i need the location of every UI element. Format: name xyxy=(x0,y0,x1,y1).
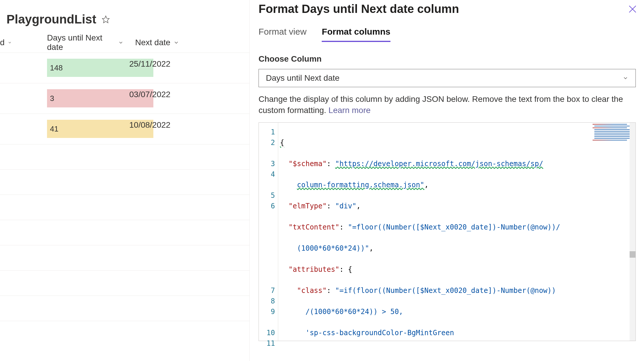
code-area[interactable]: { "$schema": "https://developer.microsof… xyxy=(278,123,635,341)
list-table: d Days until Next date Next date 148 25/… xyxy=(0,32,249,321)
column-header-nextdate[interactable]: Next date xyxy=(129,38,217,47)
table-row[interactable] xyxy=(0,220,249,245)
column-header-fragment[interactable]: d xyxy=(0,38,18,47)
close-icon[interactable] xyxy=(628,4,638,14)
choose-column-label: Choose Column xyxy=(259,54,636,64)
column-header-days[interactable]: Days until Next date xyxy=(18,33,129,52)
format-panel: Format Days until Next date column Forma… xyxy=(250,0,644,361)
table-row[interactable] xyxy=(0,271,249,296)
chevron-down-icon xyxy=(8,40,12,45)
tabs: Format view Format columns xyxy=(259,27,636,42)
table-row[interactable] xyxy=(0,296,249,321)
help-text: Change the display of this column by add… xyxy=(259,94,636,116)
list-title: PlaygroundList xyxy=(6,12,96,26)
table-row[interactable]: 41 10/08/2022 xyxy=(0,114,249,144)
learn-more-link[interactable]: Learn more xyxy=(328,106,370,115)
chevron-down-icon xyxy=(118,40,123,45)
scrollbar-thumb[interactable] xyxy=(630,251,635,258)
tab-format-columns[interactable]: Format columns xyxy=(322,27,390,42)
next-date-cell: 10/08/2022 xyxy=(129,114,217,130)
chevron-down-icon xyxy=(173,40,179,45)
table-row[interactable]: 148 25/11/2022 xyxy=(0,53,249,83)
dropdown-value: Days until Next date xyxy=(266,73,340,83)
column-header-label: d xyxy=(0,38,5,47)
tab-format-view[interactable]: Format view xyxy=(259,27,306,42)
choose-column-dropdown[interactable]: Days until Next date xyxy=(259,69,636,87)
table-header: d Days until Next date Next date xyxy=(0,32,249,53)
table-row[interactable] xyxy=(0,195,249,220)
scrollbar[interactable] xyxy=(630,123,635,341)
next-date-cell: 03/07/2022 xyxy=(129,83,217,99)
next-date-cell: 25/11/2022 xyxy=(129,53,217,69)
json-editor[interactable]: 1 2 3 4 5 6 7 8 9 10 11 { "$schema": "ht… xyxy=(259,122,636,341)
svg-marker-0 xyxy=(102,16,109,23)
chevron-down-icon xyxy=(623,75,628,81)
minimap[interactable] xyxy=(591,124,629,150)
favorite-star-icon[interactable] xyxy=(102,15,110,23)
table-row[interactable] xyxy=(0,144,249,170)
table-row[interactable]: 3 03/07/2022 xyxy=(0,83,249,114)
column-header-label: Next date xyxy=(135,38,170,47)
column-header-label: Days until Next date xyxy=(47,33,115,52)
table-row[interactable] xyxy=(0,245,249,271)
table-row[interactable] xyxy=(0,170,249,195)
list-panel: PlaygroundList d Days until Next date Ne… xyxy=(0,0,250,361)
line-gutter: 1 2 3 4 5 6 7 8 9 10 11 xyxy=(259,123,278,341)
list-title-bar: PlaygroundList xyxy=(0,0,249,32)
panel-title: Format Days until Next date column xyxy=(259,2,636,16)
